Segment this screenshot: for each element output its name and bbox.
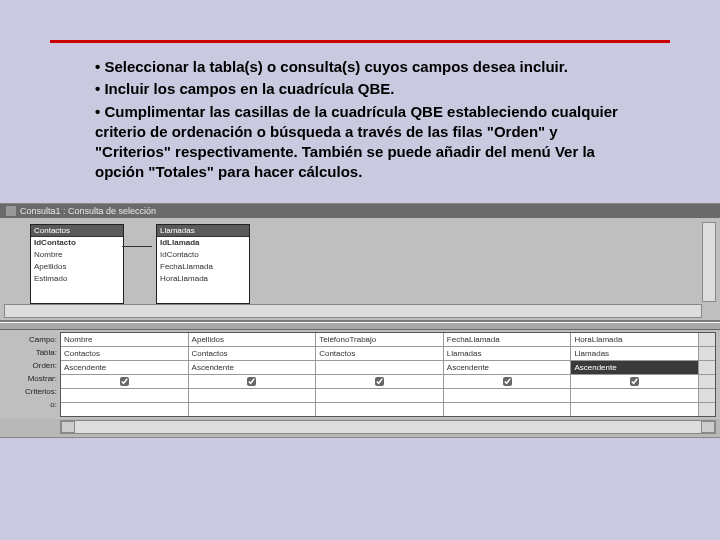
show-checkbox[interactable] xyxy=(630,377,639,386)
qbe-row-label: Campo: xyxy=(4,333,60,346)
qbe-row-label: Mostrar: xyxy=(4,372,60,385)
divider-line xyxy=(50,40,670,43)
qbe-table-cell[interactable]: Contactos xyxy=(189,347,316,360)
field-item[interactable]: Nombre xyxy=(31,249,123,261)
qbe-show-cell[interactable] xyxy=(316,375,443,388)
join-line xyxy=(122,246,152,247)
qbe-criteria-cell[interactable] xyxy=(571,389,698,402)
qbe-horizontal-scrollbar[interactable] xyxy=(60,420,716,434)
field-item[interactable]: HoraLlamada xyxy=(157,273,249,285)
field-item[interactable]: Apellidos xyxy=(31,261,123,273)
qbe-or-cell[interactable] xyxy=(571,403,698,416)
field-item[interactable]: FechaLlamada xyxy=(157,261,249,273)
bullet-text: Incluir los campos en la cuadrícula QBE. xyxy=(104,80,394,97)
qbe-show-cell[interactable] xyxy=(61,375,188,388)
field-item[interactable]: IdContacto xyxy=(31,237,123,249)
qbe-cell xyxy=(699,333,715,346)
qbe-field-cell[interactable]: TeléfonoTrabajo xyxy=(316,333,443,346)
qbe-criteria-cell[interactable] xyxy=(61,389,188,402)
qbe-sort-cell[interactable] xyxy=(316,361,443,374)
qbe-or-cell[interactable] xyxy=(61,403,188,416)
qbe-sort-cell[interactable]: Ascendente xyxy=(444,361,571,374)
bullet-item: • Incluir los campos en la cuadrícula QB… xyxy=(95,79,625,99)
field-item[interactable]: Estimado xyxy=(31,273,123,285)
vertical-scrollbar[interactable] xyxy=(702,222,716,302)
qbe-sort-cell[interactable]: Ascendente xyxy=(189,361,316,374)
table-fieldlist[interactable]: LlamadasIdLlamadaIdContactoFechaLlamadaH… xyxy=(156,224,250,304)
qbe-or-cell[interactable] xyxy=(189,403,316,416)
table-header: Llamadas xyxy=(157,225,249,237)
field-item[interactable]: IdLlamada xyxy=(157,237,249,249)
qbe-cell xyxy=(699,375,715,388)
qbe-cell xyxy=(699,347,715,360)
field-item[interactable]: IdContacto xyxy=(157,249,249,261)
app-icon xyxy=(6,206,16,216)
qbe-field-cell[interactable]: Apellidos xyxy=(189,333,316,346)
qbe-criteria-cell[interactable] xyxy=(316,389,443,402)
scroll-left-button[interactable] xyxy=(61,421,75,433)
slide-text: • Seleccionar la tabla(s) o consulta(s) … xyxy=(50,57,670,183)
bullet-text: Seleccionar la tabla(s) o consulta(s) cu… xyxy=(104,58,568,75)
qbe-row-label: Orden: xyxy=(4,359,60,372)
access-screenshot: Consulta1 : Consulta de selección Contac… xyxy=(0,203,720,438)
bullet-text: Cumplimentar las casillas de la cuadrícu… xyxy=(95,103,618,181)
qbe-or-cell[interactable] xyxy=(444,403,571,416)
window-title: Consulta1 : Consulta de selección xyxy=(20,206,156,216)
qbe-show-cell[interactable] xyxy=(189,375,316,388)
relationships-pane: ContactosIdContactoNombreApellidosEstima… xyxy=(0,218,720,322)
qbe-criteria-cell[interactable] xyxy=(444,389,571,402)
show-checkbox[interactable] xyxy=(503,377,512,386)
qbe-field-cell[interactable]: Nombre xyxy=(61,333,188,346)
show-checkbox[interactable] xyxy=(120,377,129,386)
show-checkbox[interactable] xyxy=(375,377,384,386)
bullet-item: • Seleccionar la tabla(s) o consulta(s) … xyxy=(95,57,625,77)
qbe-cell xyxy=(699,403,715,416)
horizontal-scrollbar[interactable] xyxy=(4,304,702,318)
show-checkbox[interactable] xyxy=(247,377,256,386)
qbe-row-label: o: xyxy=(4,398,60,411)
table-fieldlist[interactable]: ContactosIdContactoNombreApellidosEstima… xyxy=(30,224,124,304)
qbe-table-cell[interactable]: Contactos xyxy=(316,347,443,360)
qbe-table-cell[interactable]: Llamadas xyxy=(571,347,698,360)
qbe-sort-cell[interactable]: Ascendente xyxy=(571,361,698,374)
pane-splitter[interactable] xyxy=(0,322,720,330)
qbe-cell xyxy=(699,389,715,402)
qbe-criteria-cell[interactable] xyxy=(189,389,316,402)
qbe-grid-area: Campo:Tabla:Orden:Mostrar:Criterios:o: N… xyxy=(0,330,720,419)
qbe-cell xyxy=(699,361,715,374)
qbe-show-cell[interactable] xyxy=(444,375,571,388)
qbe-field-cell[interactable]: FechaLlamada xyxy=(444,333,571,346)
qbe-field-cell[interactable]: HoraLlamada xyxy=(571,333,698,346)
qbe-or-cell[interactable] xyxy=(316,403,443,416)
qbe-table-cell[interactable]: Llamadas xyxy=(444,347,571,360)
qbe-row-label: Tabla: xyxy=(4,346,60,359)
qbe-grid[interactable]: NombreApellidosTeléfonoTrabajoFechaLlama… xyxy=(60,332,716,417)
qbe-row-label: Criterios: xyxy=(4,385,60,398)
window-titlebar: Consulta1 : Consulta de selección xyxy=(0,204,720,218)
qbe-row-labels: Campo:Tabla:Orden:Mostrar:Criterios:o: xyxy=(4,332,60,417)
bullet-item: • Cumplimentar las casillas de la cuadrí… xyxy=(95,102,625,183)
scroll-right-button[interactable] xyxy=(701,421,715,433)
qbe-table-cell[interactable]: Contactos xyxy=(61,347,188,360)
qbe-sort-cell[interactable]: Ascendente xyxy=(61,361,188,374)
table-header: Contactos xyxy=(31,225,123,237)
qbe-show-cell[interactable] xyxy=(571,375,698,388)
